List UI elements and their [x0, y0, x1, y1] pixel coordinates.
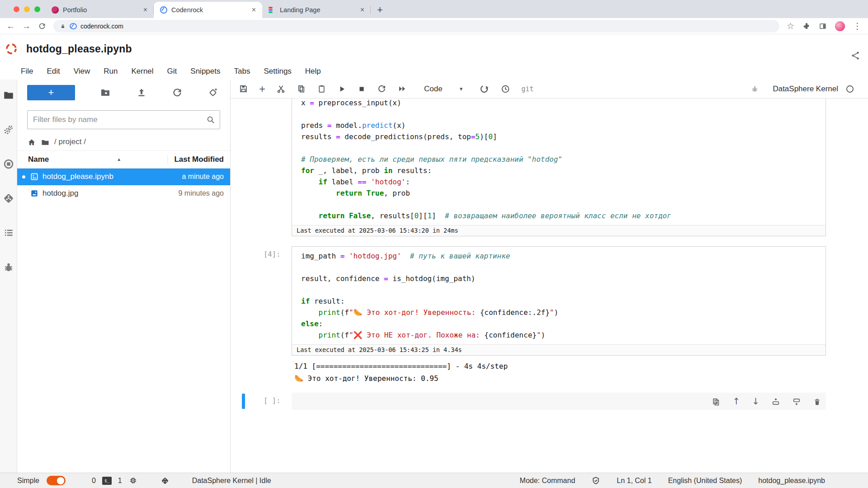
upload-icon[interactable] [136, 87, 147, 98]
running-kernels-icon[interactable] [3, 158, 14, 170]
sort-asc-icon[interactable]: ▲ [117, 157, 121, 162]
tab-portfolio[interactable]: Portfolio× [45, 2, 154, 18]
figma-favicon [269, 6, 276, 14]
terminal-count: 0 [92, 477, 96, 485]
column-last-modified[interactable]: Last Modified [167, 155, 224, 164]
debugger-icon[interactable] [3, 261, 14, 273]
file-filter-input[interactable] [27, 110, 220, 129]
simple-mode-toggle[interactable] [47, 476, 66, 485]
kernel-chip-icon[interactable] [128, 476, 138, 485]
git-status-icon[interactable] [160, 476, 170, 485]
run-all-icon[interactable] [397, 84, 407, 94]
page-title: hotdog_please.ipynb [26, 43, 132, 55]
bookmark-star-icon[interactable]: ☆ [787, 21, 794, 31]
home-icon[interactable] [27, 137, 36, 147]
tab-landing-page[interactable]: Landing Page× [262, 2, 371, 18]
property-inspector-icon[interactable] [3, 124, 14, 136]
kernel-status-icon[interactable] [845, 84, 854, 94]
file-modified: a minute ago [182, 173, 224, 181]
app-header: hotdog_please.ipynb [0, 34, 868, 63]
menu-run[interactable]: Run [104, 67, 118, 76]
reload-icon[interactable] [38, 22, 46, 30]
empty-cell-input[interactable]: ↑↓ [292, 393, 826, 410]
profile-avatar[interactable] [835, 21, 845, 31]
debug-icon[interactable] [750, 84, 759, 93]
search-icon [206, 115, 216, 125]
cut-icon[interactable] [276, 84, 286, 94]
menu-help[interactable]: Help [305, 67, 321, 76]
move-cell-down-icon[interactable]: ↓ [752, 396, 760, 407]
cell-type-select[interactable]: Code ▾ [424, 84, 462, 94]
language-indicator[interactable]: English (United States) [668, 477, 742, 485]
sync-icon[interactable] [479, 84, 490, 94]
status-filename[interactable]: hotdog_please.ipynb [758, 477, 825, 485]
cell-code-input[interactable]: img_path = 'hotdog.jpg' # путь к вашей к… [292, 247, 826, 344]
cell-prompt: [ ]: [231, 393, 292, 410]
tab-close-icon[interactable]: × [359, 6, 366, 14]
cell-code-input[interactable]: x = preprocess_input(x)preds = model.pre… [292, 99, 826, 225]
kernel-status-text[interactable]: DataSphere Kernel | Idle [192, 477, 271, 485]
cursor-position[interactable]: Ln 1, Col 1 [617, 477, 651, 485]
browser-menu-icon[interactable]: ⋮ [853, 21, 862, 31]
chevron-down-icon: ▾ [460, 85, 463, 92]
tab-close-icon[interactable]: × [142, 6, 149, 14]
minimize-window-icon[interactable] [24, 6, 30, 12]
new-folder-icon[interactable] [100, 87, 111, 98]
delete-cell-icon[interactable] [813, 396, 821, 407]
close-window-icon[interactable] [14, 6, 19, 12]
git-toolbar-label[interactable]: git [521, 85, 533, 93]
menu-view[interactable]: View [74, 67, 90, 76]
column-name[interactable]: Name [28, 155, 49, 164]
file-row[interactable]: hotdog_please.ipynba minute ago [17, 169, 230, 185]
insert-cell-below-icon[interactable] [792, 396, 801, 407]
address-bar[interactable]: codenrock.com [53, 20, 779, 33]
insert-cell-icon[interactable]: + [259, 83, 265, 95]
notebook-cell: [4]:img_path = 'hotdog.jpg' # путь к ваш… [231, 246, 826, 385]
terminal-icon[interactable]: $_ [102, 477, 112, 485]
notebook-toolbar: + [231, 80, 868, 99]
refresh-icon[interactable] [172, 87, 183, 98]
file-row[interactable]: hotdog.jpg9 minutes ago [17, 185, 230, 202]
menu-tabs[interactable]: Tabs [234, 67, 250, 76]
command-mode-text[interactable]: Mode: Command [520, 477, 576, 485]
menu-file[interactable]: File [21, 67, 33, 76]
lock-icon [60, 22, 66, 30]
paste-icon[interactable] [317, 84, 326, 94]
simple-mode-label: Simple [17, 477, 39, 485]
tab-codenrock[interactable]: Codenrock× [154, 2, 262, 18]
restart-kernel-icon[interactable] [377, 84, 387, 94]
insert-cell-above-icon[interactable] [771, 396, 780, 407]
save-icon[interactable] [239, 84, 248, 94]
menu-edit[interactable]: Edit [47, 67, 60, 76]
tab-title: Codenrock [171, 6, 246, 14]
zoom-window-icon[interactable] [34, 6, 40, 12]
git-sidebar-icon[interactable] [3, 192, 14, 204]
table-of-contents-icon[interactable] [3, 227, 14, 239]
stop-icon[interactable] [357, 84, 366, 94]
extensions-icon[interactable] [802, 22, 811, 30]
cell-execution-info: Last executed at 2025-03-06 15:43:20 in … [292, 225, 826, 236]
copy-icon[interactable] [297, 84, 306, 94]
trust-shield-icon[interactable] [591, 476, 600, 485]
new-launcher-button[interactable]: + [27, 85, 75, 100]
forward-icon[interactable]: → [22, 21, 31, 31]
breadcrumb-path[interactable]: / project / [54, 137, 86, 146]
side-panel-icon[interactable] [819, 22, 827, 30]
back-icon[interactable]: ← [6, 21, 15, 31]
run-icon[interactable] [337, 84, 346, 94]
tab-list: Portfolio×Codenrock×Landing Page× [45, 2, 371, 18]
menu-kernel[interactable]: Kernel [131, 67, 153, 76]
new-tag-icon[interactable] [208, 87, 218, 98]
tab-close-icon[interactable]: × [250, 6, 258, 14]
share-icon[interactable] [851, 51, 861, 61]
move-cell-up-icon[interactable]: ↑ [732, 396, 740, 407]
new-tab-button[interactable]: + [371, 4, 389, 16]
menu-git[interactable]: Git [167, 67, 177, 76]
menu-snippets[interactable]: Snippets [190, 67, 220, 76]
kernel-name[interactable]: DataSphere Kernel [773, 84, 838, 94]
file-browser-icon[interactable] [3, 89, 14, 101]
menu-settings[interactable]: Settings [264, 67, 291, 76]
duplicate-cell-icon[interactable] [712, 396, 721, 407]
folder-crumb-icon[interactable] [41, 137, 50, 147]
history-icon[interactable] [500, 84, 510, 94]
